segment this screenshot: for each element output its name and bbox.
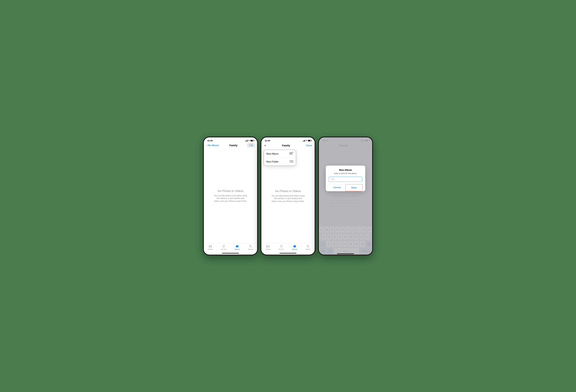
search-icon-2 [306, 245, 310, 248]
phone-2: 12:44 ▾ + Family D [260, 137, 316, 255]
search-icon-1 [249, 245, 253, 248]
new-folder-icon [290, 160, 293, 164]
phone-1: 12:43 ▾ ‹ My [203, 137, 258, 255]
tab-search-1[interactable]: Search [248, 245, 253, 250]
tab-library-2[interactable]: Library [265, 245, 270, 250]
library-icon-2 [266, 245, 270, 248]
svg-point-7 [290, 153, 291, 154]
foryou-icon-1 [222, 245, 226, 248]
nav-bar-2: + Family Done [261, 142, 315, 149]
tab-search-2[interactable]: Search [306, 245, 311, 250]
plus-button-2[interactable]: + [264, 144, 266, 147]
album-title-input[interactable] [329, 177, 362, 182]
time-2: 12:44 [265, 139, 270, 142]
tab-foryou-label-1: For You [221, 249, 226, 250]
wifi-icon-2: ▾ [306, 140, 307, 141]
no-photos-title-2: No Photos or Videos [275, 190, 301, 193]
dialog-overlay-3: New Album Enter a name for this album. C… [319, 137, 372, 255]
edit-button-1[interactable]: Edit [248, 144, 254, 147]
status-bar-1: 12:43 ▾ [204, 137, 257, 142]
tab-bar-2: Library For You Albums [261, 243, 315, 253]
tab-albums-2[interactable]: Albums [292, 245, 297, 250]
svg-point-1 [209, 246, 210, 247]
cancel-button-3[interactable]: Cancel [329, 184, 346, 191]
done-button-2[interactable]: Done [306, 144, 312, 147]
svg-text:+: + [292, 152, 292, 153]
new-album-icon: + [289, 152, 293, 156]
phone-3: 12:44 ▾ + Family Done No Photos o [318, 137, 373, 255]
new-album-label: New Album [266, 152, 278, 155]
status-icons-2: ▾ [303, 140, 311, 141]
no-photos-desc-1: You can take photos and videos using the… [214, 194, 247, 203]
tab-albums-label-2: Albums [292, 249, 297, 250]
nav-title-1: Family [229, 144, 237, 147]
new-folder-item[interactable]: New Folder [264, 158, 296, 166]
foryou-icon-2 [279, 245, 283, 248]
tab-foryou-label-2: For You [279, 249, 284, 250]
back-label-1: My Albums [208, 144, 219, 147]
dropdown-menu-2: New Album + New Folder [264, 150, 296, 166]
battery-icon-1 [250, 140, 254, 141]
tab-albums-1[interactable]: Albums [234, 245, 240, 250]
library-icon-1 [208, 245, 212, 248]
wifi-icon-1: ▾ [249, 140, 250, 141]
new-album-item[interactable]: New Album + [264, 150, 296, 158]
tab-library-label-2: Library [265, 249, 270, 250]
dialog-subtitle: Enter a name for this album. [329, 172, 362, 174]
status-bar-2: 12:44 ▾ [261, 137, 315, 142]
tab-library-label-1: Library [208, 249, 213, 250]
tab-foryou-1[interactable]: For You [221, 245, 226, 250]
home-indicator-2 [280, 253, 296, 253]
svg-point-13 [267, 246, 268, 247]
back-button-1[interactable]: ‹ My Albums [207, 144, 219, 147]
svg-line-17 [308, 247, 309, 248]
albums-icon-2 [293, 245, 297, 248]
tab-search-label-2: Search [306, 249, 311, 250]
tab-search-label-1: Search [248, 249, 253, 250]
signal-icon-2 [303, 140, 305, 141]
new-album-dialog: New Album Enter a name for this album. C… [326, 166, 365, 191]
nav-title-2: Family [282, 144, 290, 147]
albums-icon-1 [235, 245, 239, 248]
content-area-1: No Photos or Videos You can take photos … [204, 148, 257, 243]
dialog-title: New Album [329, 169, 362, 171]
status-icons-1: ▾ [245, 140, 254, 141]
svg-line-5 [251, 247, 252, 248]
nav-bar-1: ‹ My Albums Family Edit [204, 142, 257, 148]
no-photos-desc-2: You can take photos and videos using the… [271, 195, 305, 203]
new-folder-label: New Folder [266, 160, 279, 163]
tab-library-1[interactable]: Library [208, 245, 213, 250]
time-1: 12:43 [207, 139, 213, 142]
home-indicator-1 [222, 253, 239, 253]
tab-albums-label-1: Albums [234, 249, 240, 250]
dialog-buttons: Cancel Save [329, 184, 362, 191]
home-indicator-3 [337, 253, 354, 254]
tab-foryou-2[interactable]: For You [279, 245, 284, 250]
signal-icon-1 [245, 140, 248, 141]
chevron-left-icon-1: ‹ [207, 144, 207, 147]
battery-icon-2 [308, 140, 311, 141]
no-photos-title-1: No Photos or Videos [218, 189, 243, 193]
tab-bar-1: Library For You Albums [204, 243, 257, 253]
save-button-3[interactable]: Save [346, 184, 363, 191]
